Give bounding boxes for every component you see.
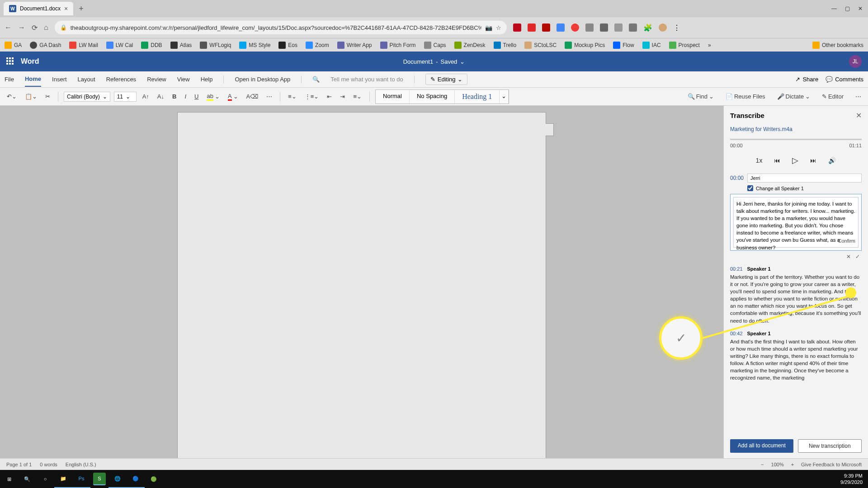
chrome-icon[interactable]: 🔵 xyxy=(127,470,145,488)
more-font-button[interactable]: ⋯ xyxy=(264,92,274,101)
app-icon[interactable]: 🟢 xyxy=(145,470,163,488)
address-bar[interactable]: 🔒 theaboutgroup-my.sharepoint.com/:w:/r/… xyxy=(55,21,507,34)
pocket-icon[interactable] xyxy=(571,23,579,32)
tab-help[interactable]: Help xyxy=(201,72,213,86)
tab-references[interactable]: References xyxy=(106,72,136,86)
italic-button[interactable]: I xyxy=(182,92,189,101)
transcript-edit-textarea[interactable]: Hi Jerri here, thanks for joining me tod… xyxy=(733,197,859,248)
reload-icon[interactable]: ⟳ xyxy=(32,23,38,32)
bookmark-item[interactable]: GA xyxy=(5,42,22,49)
system-date[interactable]: 9/29/2020 xyxy=(840,479,863,485)
new-transcription-button[interactable]: New transcription xyxy=(798,439,862,453)
dictate-button[interactable]: 🎤 Dictate ⌄ xyxy=(775,92,812,101)
editor-button[interactable]: ✎ Editor xyxy=(820,92,846,101)
file-explorer-icon[interactable]: 📁 xyxy=(54,470,72,488)
bold-button[interactable]: B xyxy=(170,92,179,101)
next-icon[interactable]: ⏭ xyxy=(810,157,816,164)
user-avatar[interactable]: JL xyxy=(849,55,862,68)
tab-home[interactable]: Home xyxy=(25,72,41,87)
camera-icon[interactable]: 📷 xyxy=(485,24,492,31)
bookmark-item[interactable]: Atlas xyxy=(170,42,192,49)
undo-button[interactable]: ↶⌄ xyxy=(5,92,19,101)
menu-icon[interactable]: ⋮ xyxy=(673,23,680,32)
speed-button[interactable]: 1x xyxy=(756,157,763,164)
bookmark-item[interactable]: LW Cal xyxy=(106,42,133,49)
feedback-link[interactable]: Give Feedback to Microsoft xyxy=(801,462,862,467)
bookmark-item[interactable]: ZenDesk xyxy=(454,42,486,49)
tab-insert[interactable]: Insert xyxy=(52,72,67,86)
photoshop-icon[interactable]: Ps xyxy=(72,470,90,488)
bullets-button[interactable]: ≡⌄ xyxy=(286,92,299,101)
tab-view[interactable]: View xyxy=(177,72,190,86)
other-bookmarks[interactable]: Other bookmarks xyxy=(812,42,863,49)
confirm-button[interactable]: Confirm xyxy=(838,238,855,244)
add-all-button[interactable]: Add all to document xyxy=(730,439,793,453)
highlight-button[interactable]: ab⌄ xyxy=(204,91,222,102)
style-heading1[interactable]: Heading 1 xyxy=(455,90,500,103)
extensions-icon[interactable]: 🧩 xyxy=(643,23,652,32)
bookmark-item[interactable]: SCtoLSC xyxy=(524,42,557,49)
tab-review[interactable]: Review xyxy=(147,72,166,86)
styles-more[interactable]: ⌄ xyxy=(500,90,509,103)
extension-icon-1[interactable] xyxy=(557,23,565,32)
confirm-edit-icon[interactable]: ✓ xyxy=(855,253,860,260)
open-desktop-button[interactable]: Open in Desktop App xyxy=(235,72,290,86)
bookmark-item[interactable]: Zoom xyxy=(306,42,329,49)
system-time[interactable]: 9:39 PM xyxy=(844,473,863,479)
minimize-icon[interactable]: — xyxy=(831,5,837,12)
comments-button[interactable]: 💬Comments xyxy=(826,76,863,83)
bookmark-item[interactable]: GA Dash xyxy=(30,42,61,49)
align-button[interactable]: ≡⌄ xyxy=(351,92,364,101)
font-name-select[interactable]: Calibri (Body)⌄ xyxy=(64,92,110,102)
search-taskbar-icon[interactable]: 🔍 xyxy=(18,470,36,488)
edge-icon[interactable]: 🌐 xyxy=(108,470,127,488)
format-painter-button[interactable]: ✂ xyxy=(43,92,52,101)
bookmark-item[interactable]: Writer App xyxy=(337,42,372,49)
document-title[interactable]: Document1 - Saved ⌄ xyxy=(403,58,465,65)
flipboard-icon[interactable] xyxy=(528,23,536,32)
language[interactable]: English (U.S.) xyxy=(66,462,96,467)
font-size-select[interactable]: 11⌄ xyxy=(114,92,137,102)
style-normal[interactable]: Normal xyxy=(376,90,410,103)
previous-icon[interactable]: ⏮ xyxy=(774,157,780,164)
font-color-button[interactable]: A⌄ xyxy=(226,91,241,102)
bookmark-item[interactable]: DDB xyxy=(141,42,162,49)
snagit-icon[interactable]: S xyxy=(93,473,106,485)
back-icon[interactable]: ← xyxy=(5,23,12,32)
bookmark-item[interactable]: Pitch Form xyxy=(380,42,416,49)
star-icon[interactable]: ☆ xyxy=(496,24,501,31)
underline-button[interactable]: U xyxy=(192,92,201,101)
close-window-icon[interactable]: ✕ xyxy=(858,5,863,12)
new-tab-button[interactable]: + xyxy=(79,4,84,14)
decrease-indent-button[interactable]: ⇤ xyxy=(325,92,334,101)
browser-tab[interactable]: W Document1.docx × xyxy=(4,2,73,15)
playback-progress[interactable] xyxy=(730,139,862,140)
editing-mode-button[interactable]: ✎ Editing ⌄ xyxy=(425,74,468,85)
zoom-in-button[interactable]: + xyxy=(791,462,794,467)
paste-button[interactable]: 📋⌄ xyxy=(23,92,39,101)
home-icon[interactable]: ⌂ xyxy=(44,23,48,32)
clear-format-button[interactable]: A⌫ xyxy=(244,92,261,101)
word-count[interactable]: 0 words xyxy=(40,462,57,467)
bookmark-item[interactable]: IAC xyxy=(642,42,661,49)
segment-text[interactable]: Marketing is part of the territory. Whet… xyxy=(730,273,862,324)
change-all-checkbox[interactable] xyxy=(747,185,753,191)
profile-avatar[interactable] xyxy=(659,23,667,32)
extension-icon-4[interactable] xyxy=(614,23,623,32)
extension-icon-3[interactable] xyxy=(600,23,608,32)
bookmark-item[interactable]: Caps xyxy=(424,42,446,49)
close-panel-icon[interactable]: ✕ xyxy=(856,111,862,120)
start-button[interactable]: ⊞ xyxy=(0,470,18,488)
shrink-font-button[interactable]: A↓ xyxy=(155,92,166,101)
zoom-out-button[interactable]: − xyxy=(761,462,764,467)
bookmarks-overflow[interactable]: » xyxy=(708,42,711,48)
bookmark-item[interactable]: LW Mail xyxy=(69,42,98,49)
cortana-icon[interactable]: ○ xyxy=(36,470,54,488)
play-icon[interactable]: ▷ xyxy=(792,155,798,165)
bookmark-item[interactable]: Eos xyxy=(278,42,297,49)
tell-me-input[interactable]: Tell me what you want to do xyxy=(330,76,403,83)
app-launcher-icon[interactable] xyxy=(6,57,14,66)
numbering-button[interactable]: ⋮≡⌄ xyxy=(302,92,321,101)
tab-layout[interactable]: Layout xyxy=(78,72,95,86)
pinterest-icon[interactable] xyxy=(513,23,521,32)
